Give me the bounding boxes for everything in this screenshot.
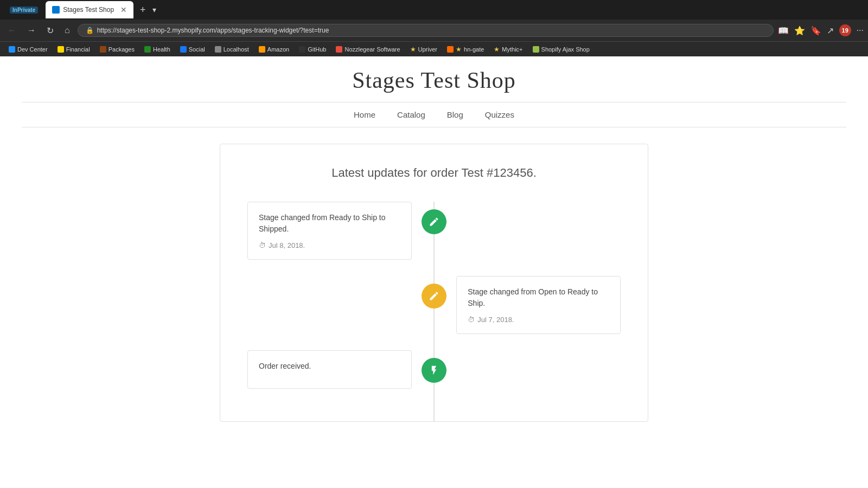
active-tab[interactable]: Stages Test Shop ✕ bbox=[46, 1, 133, 18]
bookmark-financial-label: Financial bbox=[66, 46, 90, 53]
shopify-favicon bbox=[533, 46, 539, 53]
page-content: Stages Test Shop Home Catalog Blog Quizz… bbox=[0, 56, 868, 488]
nav-catalog[interactable]: Catalog bbox=[397, 110, 425, 119]
timeline-icon-3 bbox=[422, 358, 446, 383]
upriver-star-icon: ★ bbox=[410, 46, 416, 53]
bookmark-hngate-label: hn-gate bbox=[464, 46, 484, 53]
refresh-button[interactable]: ↻ bbox=[43, 24, 57, 37]
collections-button[interactable]: 🔖 bbox=[810, 25, 821, 36]
tab-title: Stages Test Shop bbox=[63, 6, 114, 14]
tab-close-button[interactable]: ✕ bbox=[120, 5, 127, 14]
pencil-icon-2 bbox=[429, 291, 439, 301]
bookmark-localhost-label: Localhost bbox=[224, 46, 249, 53]
bookmark-mythic-label: Mythic+ bbox=[502, 46, 522, 53]
bookmark-upriver-label: Upriver bbox=[418, 46, 437, 53]
lock-icon: 🔒 bbox=[86, 27, 94, 34]
settings-button[interactable]: ··· bbox=[857, 25, 864, 35]
timeline-event-text-2: Stage changed from Open to Ready to Ship… bbox=[468, 286, 609, 309]
reading-view-button[interactable]: 📖 bbox=[778, 25, 789, 36]
timeline-event-date-2: Jul 7, 2018. bbox=[468, 316, 609, 324]
bookmark-social-label: Social bbox=[189, 46, 205, 53]
bookmark-amazon-label: Amazon bbox=[267, 46, 289, 53]
timeline-icon-2 bbox=[422, 284, 446, 309]
timeline-box-2: Stage changed from Open to Ready to Ship… bbox=[456, 276, 621, 334]
bookmark-financial[interactable]: Financial bbox=[53, 45, 94, 54]
bookmark-nozzlegear-label: Nozzlegear Software bbox=[344, 46, 400, 53]
bookmark-nozzlegear[interactable]: Nozzlegear Software bbox=[331, 45, 404, 54]
timeline-content-left-3: Order received. bbox=[247, 350, 412, 389]
nozzlegear-favicon bbox=[336, 46, 342, 53]
hngate-star-icon: ★ bbox=[456, 46, 462, 53]
bookmark-upriver[interactable]: ★ Upriver bbox=[406, 44, 442, 54]
address-bar[interactable]: 🔒 https://stages-test-shop-2.myshopify.c… bbox=[78, 24, 774, 37]
tracking-card: Latest updates for order Test #123456. S… bbox=[220, 144, 648, 422]
timeline-item-3: Order received. bbox=[247, 350, 621, 389]
tab-bar: InPrivate Stages Test Shop ✕ + ▾ bbox=[0, 0, 868, 20]
packages-favicon bbox=[100, 46, 106, 53]
hngate-favicon bbox=[447, 46, 454, 53]
bookmark-social[interactable]: Social bbox=[176, 45, 209, 54]
address-text: https://stages-test-shop-2.myshopify.com… bbox=[97, 27, 329, 34]
health-favicon bbox=[144, 46, 151, 53]
timeline-content-right-2: Stage changed from Open to Ready to Ship… bbox=[456, 276, 621, 334]
toolbar-icons: 📖 ⭐ 🔖 ↗ 19 ··· bbox=[778, 24, 864, 36]
nav-quizzes[interactable]: Quizzes bbox=[485, 110, 514, 119]
timeline-event-date-1: Jul 8, 2018. bbox=[259, 241, 400, 249]
site-header: Stages Test Shop Home Catalog Blog Quizz… bbox=[0, 56, 868, 127]
mythic-star-icon: ★ bbox=[494, 46, 500, 53]
bookmark-packages-label: Packages bbox=[108, 46, 135, 53]
timeline-box-3: Order received. bbox=[247, 350, 412, 389]
bookmark-github[interactable]: GitHub bbox=[295, 45, 330, 54]
back-button[interactable]: ← bbox=[4, 24, 20, 36]
tab-favicon bbox=[52, 6, 60, 14]
bookmark-localhost[interactable]: Localhost bbox=[210, 45, 253, 54]
amazon-favicon bbox=[259, 46, 265, 53]
tracking-wrapper: Latest updates for order Test #123456. S… bbox=[0, 127, 868, 438]
bookmark-hngate[interactable]: ★ hn-gate bbox=[443, 44, 488, 54]
bookmark-packages[interactable]: Packages bbox=[95, 45, 139, 54]
tab-list-button[interactable]: ▾ bbox=[152, 5, 156, 14]
timeline-item-2: Stage changed from Open to Ready to Ship… bbox=[247, 276, 621, 334]
timeline-box-1: Stage changed from Ready to Ship to Ship… bbox=[247, 202, 412, 260]
bookmark-health-label: Health bbox=[153, 46, 170, 53]
bookmark-amazon[interactable]: Amazon bbox=[254, 45, 293, 54]
inprivate-tab: InPrivate bbox=[4, 1, 43, 18]
forward-button[interactable]: → bbox=[24, 24, 39, 36]
github-favicon bbox=[299, 46, 305, 53]
browser-toolbar: ← → ↻ ⌂ 🔒 https://stages-test-shop-2.mys… bbox=[0, 20, 868, 41]
bookmark-shopify[interactable]: Shopify Ajax Shop bbox=[528, 45, 594, 54]
site-title: Stages Test Shop bbox=[0, 67, 868, 93]
home-button[interactable]: ⌂ bbox=[61, 24, 73, 36]
timeline-item-1: Stage changed from Ready to Ship to Ship… bbox=[247, 202, 621, 260]
timeline-event-text-1: Stage changed from Ready to Ship to Ship… bbox=[259, 212, 400, 235]
site-nav: Home Catalog Blog Quizzes bbox=[0, 102, 868, 127]
timeline-event-text-3: Order received. bbox=[259, 361, 400, 372]
profile-icon[interactable]: 19 bbox=[839, 24, 851, 36]
bookmarks-bar: Dev Center Financial Packages Health Soc… bbox=[0, 41, 868, 56]
tracking-title: Latest updates for order Test #123456. bbox=[247, 166, 621, 180]
bookmark-mythic[interactable]: ★ Mythic+ bbox=[489, 44, 527, 54]
bolt-icon bbox=[429, 365, 439, 376]
share-button[interactable]: ↗ bbox=[827, 25, 834, 36]
dev-center-favicon bbox=[9, 46, 15, 53]
social-favicon bbox=[180, 46, 187, 53]
pencil-icon-1 bbox=[429, 216, 439, 227]
bookmark-dev-center[interactable]: Dev Center bbox=[4, 45, 52, 54]
favorites-button[interactable]: ⭐ bbox=[794, 25, 805, 36]
new-tab-button[interactable]: + bbox=[136, 4, 150, 16]
nav-blog[interactable]: Blog bbox=[447, 110, 463, 119]
browser-chrome: InPrivate Stages Test Shop ✕ + ▾ ← → ↻ ⌂… bbox=[0, 0, 868, 56]
localhost-favicon bbox=[215, 46, 221, 53]
inprivate-badge: InPrivate bbox=[10, 7, 38, 14]
bookmark-health[interactable]: Health bbox=[140, 45, 175, 54]
bookmark-github-label: GitHub bbox=[308, 46, 326, 53]
financial-favicon bbox=[58, 46, 64, 53]
bookmark-dev-center-label: Dev Center bbox=[17, 46, 48, 53]
bookmark-shopify-label: Shopify Ajax Shop bbox=[541, 46, 590, 53]
timeline-content-left-1: Stage changed from Ready to Ship to Ship… bbox=[247, 202, 412, 260]
timeline: Stage changed from Ready to Ship to Ship… bbox=[247, 202, 621, 421]
timeline-icon-1 bbox=[422, 209, 446, 234]
nav-home[interactable]: Home bbox=[354, 110, 375, 119]
